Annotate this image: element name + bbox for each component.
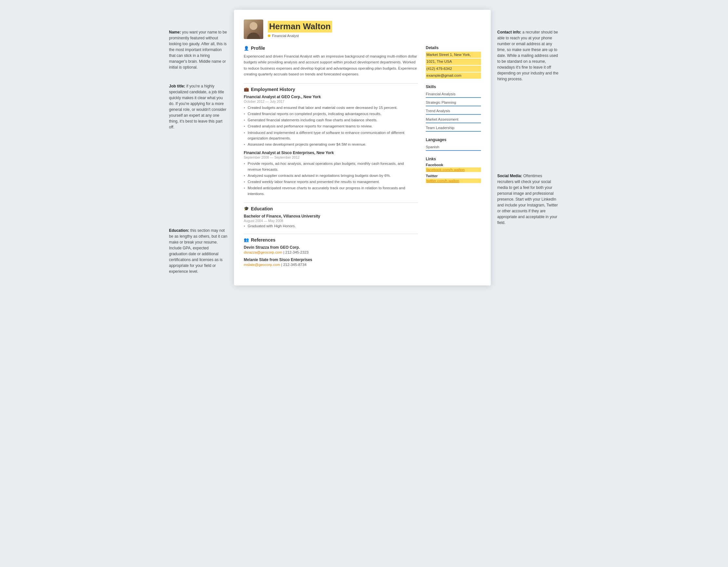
bullet: Graduated with High Honors. [244,224,418,228]
avatar-image [244,19,263,39]
avatar [244,19,263,39]
phone: (412) 479-6342 [426,66,481,72]
links-section: Links Facebook facebook.com/h.walton Twi… [426,157,481,183]
resume-left-col: 👤 Profile Experienced and driven Financi… [244,45,418,272]
social-annotation: Social Media: Oftentimes recruiters will… [497,173,559,225]
person-title-row: Financial Analyst [268,34,481,38]
languages-heading: Languages [426,137,481,142]
skill-item-3: Trend Analysis [426,108,481,115]
link-url-1[interactable]: facebook.com/h.walton [426,167,481,172]
employment-heading: 💼 Employment History [244,87,418,92]
bullet: Assessed new development projects genera… [244,142,418,147]
employment-section: 💼 Employment History Financial Analyst a… [244,87,418,197]
link-entry-1: Facebook facebook.com/h.walton [426,163,481,172]
ref-phone-1: 212-345-2323 [285,250,309,254]
link-platform-2: Twitter [426,174,481,178]
jobtitle-annotation: Job title: if you're a highly specialize… [169,83,227,130]
bullet: Created analysis and perfomance reports … [244,123,418,129]
job-title-2: Financial Analyst at Sisco Enterprises, … [244,150,418,155]
link-url-2[interactable]: twitter.com/h.walton [426,178,481,183]
education-heading: 🎓 Education [244,206,418,211]
bullet: Provide reports, ad-hoc analysis, annual… [244,161,418,172]
ref-name-2: Melanie Slate from Sisco Enterprises [244,257,418,262]
profile-text: Experienced and driven Financial Analyst… [244,53,418,77]
skills-section: Skills Financial Analysis Strategic Plan… [426,84,481,132]
skill-item-2: Strategic Planning [426,99,481,106]
email: example@gmail.com [426,72,481,79]
ref-entry-1: Devin Strazza from GEO Corp. dsrazza@geo… [244,245,418,254]
bullet: Modeled anticipated revenue charts to ac… [244,185,418,197]
contact-annotation-label: Contact info: [497,30,521,34]
languages-section: Languages Spanish [426,137,481,151]
right-annotations: Contact info: a recruiter should be able… [491,10,559,288]
ref-phone-2: 212-345-8734 [283,263,306,266]
bullet: Analyzed supplier contracts and advised … [244,173,418,178]
social-annotation-label: Social Media: [497,174,522,178]
jobtitle-annotation-label: Job title: [169,84,185,88]
education-annotation-label: Education: [169,228,189,233]
link-platform-1: Facebook [426,163,481,167]
job-date-2: September 2008 — September 2012 [244,155,418,159]
edu-school-1: Bachelor of Finance, Villanova Universit… [244,214,418,218]
job-title-1: Financial Analyst at GEO Corp., New York [244,95,418,99]
bullet: Generated financial statements including… [244,117,418,123]
person-title-text: Financial Analyst [272,34,299,38]
edu-date-1: August 2004 — May 2008 [244,219,418,223]
ref-contact-2: mslate@geocorp.com | 212-345-8734 [244,263,418,266]
education-icon: 🎓 [244,206,249,211]
education-annotation-text: Education: this section may not be as le… [169,227,227,274]
resume-document: Herman Walton Financial Analyst 👤 Prof [234,10,491,286]
job-entry-2: Financial Analyst at Sisco Enterprises, … [244,150,418,197]
bullet: Created budgets and ensured that labor a… [244,105,418,110]
divider-3 [244,234,418,234]
address-line1: Market Street 1, New York, [426,52,481,58]
title-dot [268,34,270,37]
contact-annotation-text: Contact info: a recruiter should be able… [497,29,559,82]
education-section: 🎓 Education Bachelor of Finance, Villano… [244,206,418,228]
person-name: Herman Walton [268,21,332,32]
page-wrapper: Name: you want your name to be prominent… [169,10,559,288]
skills-heading: Skills [426,84,481,89]
resume-header: Herman Walton Financial Analyst [244,19,481,39]
name-annotation-text: Name: you want your name to be prominent… [169,29,227,70]
jobtitle-annotation-text: Job title: if you're a highly specialize… [169,83,227,130]
language-item-1: Spanish [426,144,481,151]
skill-item-4: Market Assessment [426,116,481,123]
references-heading: 👥 References [244,237,418,242]
resume-right-col: Details Market Street 1, New York, 1021,… [426,45,481,272]
bullet: Created financial reports on completed p… [244,111,418,117]
profile-heading: 👤 Profile [244,45,418,51]
profile-section: 👤 Profile Experienced and driven Financi… [244,45,418,77]
profile-icon: 👤 [244,46,249,51]
contact-annotation: Contact info: a recruiter should be able… [497,29,559,82]
details-section: Details Market Street 1, New York, 1021,… [426,45,481,79]
job-date-1: October 2012 — July 2017 [244,99,418,103]
edu-entry-1: Bachelor of Finance, Villanova Universit… [244,214,418,228]
ref-email-2[interactable]: mslate@geocorp.com [244,263,280,266]
details-heading: Details [426,45,481,50]
divider-2 [244,202,418,203]
divider-1 [244,83,418,84]
name-annotation-label: Name: [169,30,181,34]
name-annotation: Name: you want your name to be prominent… [169,29,227,70]
edu-bullets-1: Graduated with High Honors. [244,224,418,228]
ref-name-1: Devin Strazza from GEO Corp. [244,245,418,250]
resume-body: 👤 Profile Experienced and driven Financi… [244,45,481,272]
job-bullets-1: Created budgets and ensured that labor a… [244,105,418,148]
links-heading: Links [426,157,481,161]
ref-email-1[interactable]: dsrazza@geocorp.com [244,250,282,254]
references-icon: 👥 [244,237,249,242]
references-section: 👥 References Devin Strazza from GEO Corp… [244,237,418,266]
skill-item-1: Financial Analysis [426,91,481,98]
social-annotation-text: Social Media: Oftentimes recruiters will… [497,173,559,225]
skill-item-5: Team Leadership [426,124,481,132]
link-entry-2: Twitter twitter.com/h.walton [426,174,481,183]
bullet: Introduced and implemented a different t… [244,130,418,141]
header-info: Herman Walton Financial Analyst [268,21,481,37]
address-line2: 1021, The USA [426,58,481,65]
left-annotations: Name: you want your name to be prominent… [169,10,234,288]
bullet: Created weekly labor finance reports and… [244,179,418,185]
ref-entry-2: Melanie Slate from Sisco Enterprises msl… [244,257,418,266]
employment-icon: 💼 [244,87,249,92]
education-annotation: Education: this section may not be as le… [169,227,227,274]
